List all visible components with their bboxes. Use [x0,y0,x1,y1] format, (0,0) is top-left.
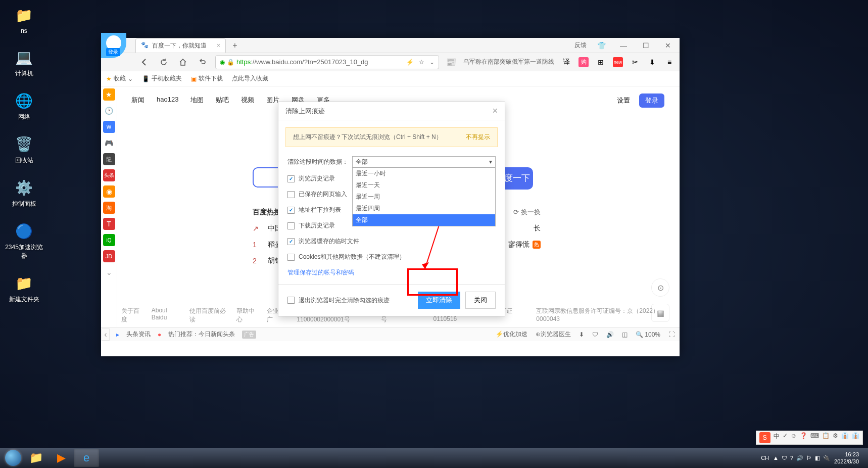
status-volume-icon[interactable]: 🔊 [606,331,614,338]
checkbox-clear-on-exit[interactable]: 退出浏览器时完全清除勾选的痕迹 [287,296,390,305]
taskbar-browser[interactable]: e [74,449,99,467]
desktop-icon-2345-browser[interactable]: 🔵2345加速浏览器 [5,221,43,260]
lightning-icon[interactable]: ⚡ [406,59,414,66]
dropdown-option[interactable]: 最近一天 [353,179,495,191]
dropdown-option[interactable]: 最近一周 [353,191,495,203]
footer-link[interactable]: 使用百度前必读 [189,307,228,324]
baidu-settings[interactable]: 设置 [617,96,630,105]
sidebar-taobao-icon[interactable]: 淘 [103,202,115,214]
screenshot-button[interactable]: ✂ [630,57,640,67]
desktop-icon-new-folder[interactable]: 📁新建文件夹 [5,273,43,304]
time-range-select[interactable]: 全部 ▾ 最近一小时 最近一天 最近一周 最近四周 全部 [352,156,496,167]
news-hint[interactable]: 乌军称在南部突破俄军第一道防线 [463,58,554,66]
tab-close-button[interactable]: × [217,42,220,49]
tray-help-icon[interactable]: ? [790,455,793,461]
window-close-button[interactable]: ✕ [660,39,676,52]
url-input[interactable]: ◉ 🔒 https://www.baidu.com/?tn=25017023_1… [215,55,439,69]
mobile-favorites[interactable]: 📱手机收藏夹 [142,74,182,83]
ime-punct-button[interactable]: ✓ [783,432,788,443]
home-button[interactable] [177,56,189,68]
desktop-icon-ns[interactable]: 📁ns [5,5,43,34]
import-bookmarks[interactable]: 点此导入收藏 [232,74,268,83]
sidebar-word-icon[interactable]: W [103,121,115,133]
fullscreen-button[interactable]: ⛶ [668,331,674,338]
ime-skin2-button[interactable]: 👔 [852,432,859,443]
dropdown-option[interactable]: 最近一小时 [353,168,495,179]
sidebar-collapse-button[interactable]: ‹ [102,329,110,341]
ime-tool-button[interactable]: 📋 [822,432,830,443]
sidebar-more-icon[interactable]: ⌄ [103,266,115,278]
software-download[interactable]: ▣软件下载 [191,74,223,83]
sidebar-star-icon[interactable]: ★ [103,88,115,101]
sidebar-clock-icon[interactable]: 🕐 [103,105,115,117]
checkbox-cookies[interactable]: Cookies和其他网站数据（不建议清理） [287,253,496,261]
taskbar-clock[interactable]: 16:23 2022/8/30 [834,451,859,465]
news-widget-icon[interactable]: 📰 [446,57,456,67]
tray-shield-icon[interactable]: 🛡 [782,455,787,461]
sidebar-t-icon[interactable]: T [103,218,115,230]
ime-toolbar[interactable]: S 中 ✓ ☺ ❓ ⌨ 📋 ⚙ 👔 👔 [756,431,863,445]
translate-button[interactable]: 译 [561,57,571,67]
new-badge-icon[interactable]: new [613,57,623,67]
ime-settings-button[interactable]: ⚙ [833,432,838,443]
ime-lang-button[interactable]: 中 [774,432,780,443]
chevron-down-icon[interactable]: ⌄ [429,59,435,66]
sidebar-jd-icon[interactable]: JD [103,250,115,262]
hot-recommend[interactable]: 热门推荐：今日新闻头条 [168,330,235,339]
zoom-button[interactable]: 🔍 100% [636,331,660,338]
sidebar-headline-icon[interactable]: 头条 [103,169,115,181]
status-shield-icon[interactable]: 🛡 [592,331,598,338]
start-button[interactable] [3,448,23,468]
sidebar-weibo-icon[interactable]: ◉ [103,185,115,198]
banner-dismiss[interactable]: 不再提示 [466,133,490,142]
back-button[interactable] [138,56,151,68]
ime-skin-button[interactable]: 👔 [841,432,849,443]
footer-link[interactable]: 互联网宗教信息服务许可证编号：京（2022）0000043 [536,307,669,324]
refresh-button[interactable] [158,56,170,68]
footer-link[interactable]: 关于百度 [121,307,143,324]
baidu-login-button[interactable]: 登录 [639,93,664,108]
browser-doctor-button[interactable]: ⊕浏览器医生 [536,330,571,339]
nav-map[interactable]: 地图 [190,96,204,105]
manage-passwords-link[interactable]: 管理保存过的帐号和密码 [287,268,496,277]
tray-arrow-icon[interactable]: ▲ [773,455,779,461]
desktop-icon-control-panel[interactable]: ⚙️控制面板 [5,177,43,208]
refresh-hot-button[interactable]: ⟳ 换一换 [513,208,541,217]
ime-emoji-button[interactable]: ☺ [791,432,797,443]
headlines-link[interactable]: 头条资讯 [126,330,151,339]
close-button[interactable]: 关闭 [465,292,496,309]
dialog-close-button[interactable]: × [492,106,498,116]
assist-widget[interactable]: ⊙ [651,278,669,297]
sidebar-iqiyi-icon[interactable]: iQ [103,234,115,246]
ime-keyboard-button[interactable]: ⌨ [810,432,819,443]
status-download-icon[interactable]: ⬇ [579,331,584,338]
tray-volume-icon[interactable]: 🔊 [796,455,803,461]
taskbar-media-player[interactable]: ▶ [49,449,74,467]
tray-display-icon[interactable]: ◧ [815,455,820,461]
feedback-link[interactable]: 反馈 [574,41,587,50]
skin-button[interactable]: 👕 [594,39,609,52]
nav-news[interactable]: 新闻 [131,96,144,105]
favorites-button[interactable]: ★收藏⌄ [106,74,133,83]
desktop-icon-computer[interactable]: 💻计算机 [5,47,43,78]
undo-button[interactable] [196,56,208,68]
maximize-button[interactable]: ☐ [638,39,653,52]
star-icon[interactable]: ☆ [419,59,424,66]
tray-lang[interactable]: CH [761,455,769,461]
nav-video[interactable]: 视频 [241,96,254,105]
checkbox-cache[interactable]: 浏览器缓存的临时文件 [287,237,496,246]
taskbar-explorer[interactable]: 📁 [23,449,49,467]
dropdown-option[interactable]: 最近四周 [353,203,495,214]
shopping-button[interactable]: 购 [578,57,589,67]
tray-power-icon[interactable]: 🔌 [823,455,830,461]
browser-tab[interactable]: 🐾 百度一下，你就知道 × [135,38,226,53]
minimize-button[interactable]: — [616,39,631,52]
sidebar-game-icon[interactable]: 🎮 [103,137,115,149]
dropdown-option-selected[interactable]: 全部 [353,214,495,226]
tray-flag-icon[interactable]: 🏳 [806,455,812,461]
menu-button[interactable]: ≡ [664,57,674,67]
desktop-icon-recycle[interactable]: 🗑️回收站 [5,134,43,165]
apps-button[interactable]: ⊞ [596,57,606,67]
status-split-icon[interactable]: ◫ [622,331,628,338]
sidebar-dragon-icon[interactable]: 龍 [103,153,115,165]
